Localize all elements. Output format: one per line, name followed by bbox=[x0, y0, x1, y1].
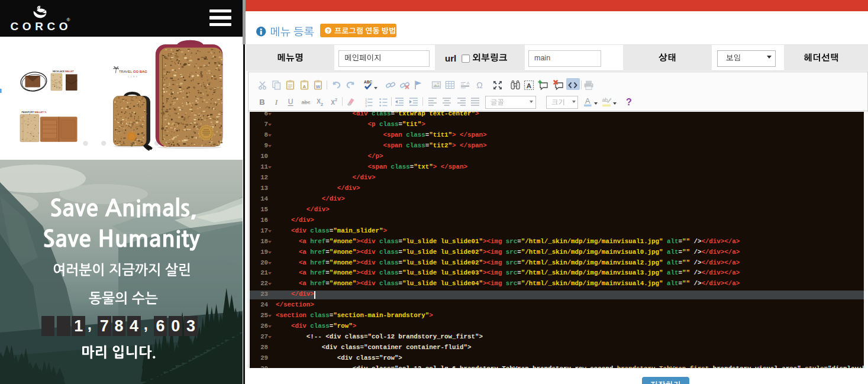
svg-text:2: 2 bbox=[321, 102, 323, 107]
svg-text:W: W bbox=[315, 84, 320, 89]
svg-text:3: 3 bbox=[365, 104, 367, 108]
svg-text:A: A bbox=[467, 81, 470, 85]
svg-text:PASSPORT WALLET 7t: PASSPORT WALLET 7t bbox=[22, 111, 47, 114]
svg-text:A: A bbox=[302, 84, 306, 89]
svg-text:C O R K: C O R K bbox=[128, 76, 138, 78]
svg-text:ab: ab bbox=[602, 97, 608, 103]
svg-text:2: 2 bbox=[335, 98, 337, 102]
svg-text:ABC: ABC bbox=[364, 80, 372, 84]
svg-text:A: A bbox=[585, 96, 591, 105]
svg-text:A: A bbox=[526, 82, 531, 89]
svg-text:I: I bbox=[275, 98, 279, 107]
svg-text:?: ? bbox=[626, 97, 632, 107]
svg-text:TRAVEL GO BAG: TRAVEL GO BAG bbox=[119, 70, 147, 73]
svg-text:Ω: Ω bbox=[476, 80, 482, 89]
svg-text:NECKLACE WALLET: NECKLACE WALLET bbox=[53, 70, 75, 73]
svg-text:U: U bbox=[288, 98, 293, 106]
svg-text:B: B bbox=[259, 98, 264, 107]
